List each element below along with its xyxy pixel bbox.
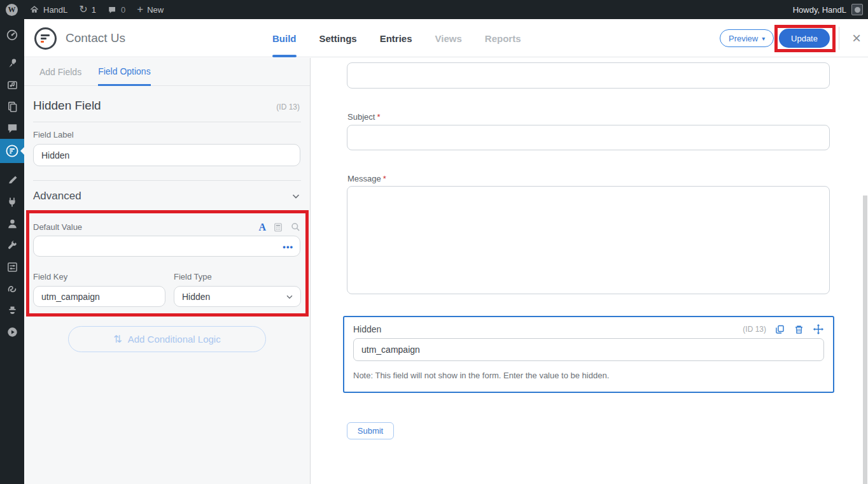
- menu-posts[interactable]: [0, 52, 24, 74]
- scrollbar[interactable]: [863, 196, 867, 484]
- divider: [33, 122, 301, 122]
- hidden-field-note: Note: This field will not show in the fo…: [353, 371, 824, 380]
- tab-settings[interactable]: Settings: [308, 19, 368, 57]
- menu-media[interactable]: [0, 74, 24, 96]
- tab-entries[interactable]: Entries: [368, 19, 424, 57]
- default-value-input[interactable]: [33, 236, 300, 257]
- formidable-logo-icon: [34, 27, 57, 50]
- menu-users[interactable]: [0, 213, 24, 234]
- user-avatar[interactable]: [851, 4, 863, 15]
- new-menu[interactable]: + New: [131, 0, 169, 19]
- hidden-field-block[interactable]: Hidden (ID 13): [343, 316, 834, 393]
- duplicate-icon[interactable]: [774, 324, 785, 335]
- field-type-label: Field Type: [174, 272, 301, 281]
- home-icon: [29, 4, 39, 15]
- panel-tabs: Add Fields Field Options: [24, 58, 310, 86]
- wordpress-logo-icon: W: [6, 4, 18, 16]
- menu-dashboard[interactable]: [0, 24, 24, 46]
- tab-field-options[interactable]: Field Options: [98, 58, 150, 86]
- message-label-text: Message: [347, 174, 381, 183]
- updates-menu[interactable]: ↻ 1: [73, 0, 102, 19]
- tab-add-fields[interactable]: Add Fields: [39, 58, 81, 85]
- avatar-glyph: [855, 7, 860, 13]
- formidable-icon: [5, 144, 19, 158]
- update-button[interactable]: Update: [779, 29, 830, 48]
- advanced-section-header: Advanced: [33, 190, 301, 203]
- subject-field-input[interactable]: [347, 125, 830, 150]
- menu-formidable[interactable]: [0, 139, 24, 163]
- subject-label-text: Subject: [347, 112, 375, 122]
- wp-logo-menu[interactable]: W: [0, 0, 24, 19]
- hidden-field-label: Hidden: [353, 324, 381, 334]
- howdy-text[interactable]: Howdy, HandL: [793, 5, 846, 15]
- menu-plugins[interactable]: [0, 191, 24, 213]
- screen: W HandL ↻ 1 0 + New Howdy, HandL: [0, 0, 868, 484]
- site-name: HandL: [43, 5, 67, 15]
- wrench-icon: [6, 239, 18, 252]
- preview-button[interactable]: Preview ▾: [720, 29, 774, 47]
- text-format-icon[interactable]: A: [258, 222, 266, 232]
- builder-header: Contact Us Build Settings Entries Views …: [24, 19, 868, 57]
- play-icon: [6, 326, 18, 338]
- subject-label: Subject*: [347, 112, 380, 122]
- tab-views[interactable]: Views: [424, 19, 473, 57]
- delete-icon[interactable]: [794, 324, 804, 335]
- menu-video[interactable]: [0, 321, 24, 343]
- site-link[interactable]: HandL: [24, 0, 73, 19]
- menu-appearance[interactable]: [0, 169, 24, 191]
- section-title: Hidden Field: [33, 99, 101, 113]
- menu-privacy[interactable]: [0, 299, 24, 321]
- header-tabs: Build Settings Entries Views Reports: [261, 19, 533, 57]
- updates-icon: ↻: [79, 4, 87, 15]
- advanced-title: Advanced: [33, 190, 81, 203]
- new-label: New: [147, 5, 164, 15]
- caret-down-icon: ▾: [762, 35, 765, 42]
- field-key-label: Field Key: [33, 272, 165, 281]
- media-icon: [6, 79, 18, 91]
- menu-handl-utm-grabber[interactable]: [0, 278, 24, 299]
- add-conditional-logic-button[interactable]: ⇅ Add Conditional Logic: [68, 326, 266, 352]
- form-title: Contact Us: [66, 19, 125, 57]
- default-value-wrap: •••: [33, 236, 301, 257]
- comment-bubble-icon: [6, 122, 18, 134]
- chevron-down-icon[interactable]: [291, 191, 301, 201]
- close-icon[interactable]: ×: [847, 29, 866, 48]
- move-icon[interactable]: [813, 324, 824, 335]
- hidden-field-value-input[interactable]: [353, 338, 824, 361]
- comments-menu[interactable]: 0: [102, 0, 131, 19]
- user-icon: [6, 218, 18, 230]
- section-header: Hidden Field (ID 13): [33, 99, 300, 113]
- menu-pages[interactable]: [0, 96, 24, 117]
- menu-tools[interactable]: [0, 234, 24, 256]
- updates-count: 1: [92, 5, 96, 15]
- tab-build[interactable]: Build: [261, 19, 308, 57]
- field-id-badge: (ID 13): [276, 103, 300, 111]
- conditional-logic-label: Add Conditional Logic: [128, 334, 221, 345]
- wp-admin-menu: [0, 19, 24, 484]
- pages-icon: [6, 101, 18, 113]
- comments-icon: [108, 5, 117, 15]
- field-type-value: Hidden: [182, 292, 210, 302]
- field-type-select[interactable]: Hidden: [174, 286, 301, 307]
- chevron-down-icon: [285, 292, 294, 301]
- submit-button[interactable]: Submit: [347, 422, 394, 439]
- field-label-input[interactable]: [33, 144, 300, 166]
- message-field-textarea[interactable]: [347, 186, 830, 294]
- tab-reports[interactable]: Reports: [473, 19, 533, 57]
- plug-icon: [6, 196, 18, 208]
- menu-comments[interactable]: [0, 117, 24, 139]
- search-icon[interactable]: [290, 222, 301, 232]
- default-value-label: Default Value: [33, 222, 82, 232]
- calculator-icon[interactable]: [273, 222, 283, 232]
- menu-settings[interactable]: [0, 256, 24, 278]
- divider: [33, 180, 301, 181]
- email-field-input[interactable]: [347, 62, 830, 89]
- dashboard-icon: [6, 29, 18, 41]
- more-options-icon[interactable]: •••: [283, 241, 293, 251]
- comments-count: 0: [121, 5, 125, 15]
- conditional-logic-icon: ⇅: [113, 333, 122, 345]
- field-key-input[interactable]: [33, 286, 165, 307]
- key-type-row: Field Key Field Type Hidden: [33, 272, 301, 307]
- brush-icon: [6, 174, 18, 187]
- pin-icon: [6, 57, 18, 69]
